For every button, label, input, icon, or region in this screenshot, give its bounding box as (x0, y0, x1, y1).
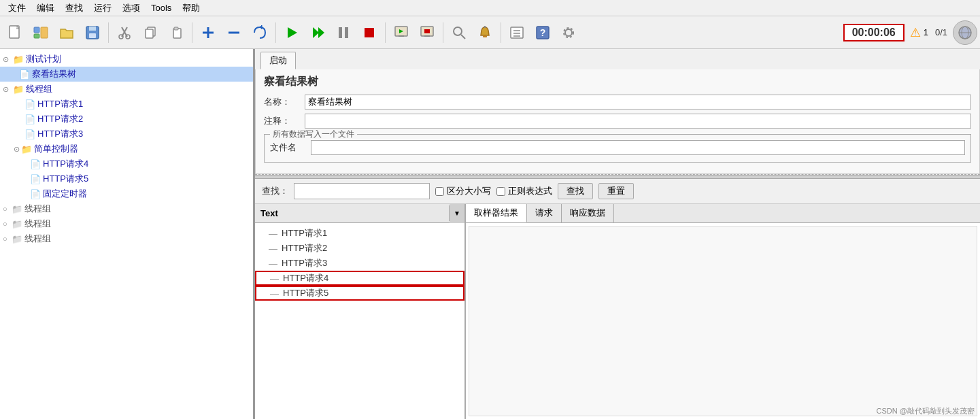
globe-button[interactable] (953, 20, 977, 45)
tree-item-http2[interactable]: 📄 HTTP请求2 (0, 112, 253, 127)
start-no-pause-button[interactable] (305, 20, 330, 45)
clear-all-button[interactable] (473, 20, 497, 45)
tree-label: HTTP请求3 (37, 128, 83, 140)
svg-text:?: ? (540, 27, 546, 38)
tree-item-http4[interactable]: 📄 HTTP请求4 (0, 156, 253, 171)
paste-button[interactable] (164, 20, 188, 45)
tree-item-thread-group-2[interactable]: ○ 📁 线程组 (0, 201, 253, 216)
new-button[interactable] (3, 20, 27, 45)
svg-rect-6 (89, 33, 96, 38)
comment-input[interactable] (305, 114, 971, 129)
reset-button[interactable]: 重置 (598, 183, 634, 199)
tree-item-http1[interactable]: 📄 HTTP请求1 (0, 97, 253, 112)
tree-item-simple-controller[interactable]: ⊙ 📁 简单控制器 (0, 141, 253, 156)
dash-icon: — (269, 258, 277, 269)
tab-start[interactable]: 启动 (260, 52, 296, 69)
tree-label: HTTP请求4 (43, 158, 88, 170)
tab-strip: 启动 (255, 49, 980, 69)
tree-item-timer[interactable]: 📄 固定定时器 (0, 186, 253, 201)
tab-sampler-result[interactable]: 取样器结果 (466, 204, 527, 222)
pause-button[interactable] (331, 20, 356, 45)
case-sensitive-checkbox-label[interactable]: 区分大小写 (435, 185, 491, 197)
right-panel: 启动 察看结果树 名称： 注释： 所有数据写入一个文件 文件名 (255, 49, 980, 419)
result-item-label: HTTP请求4 (283, 272, 328, 284)
tree-label: 固定定时器 (43, 188, 87, 200)
tab-response-data[interactable]: 响应数据 (562, 204, 614, 222)
remove-button[interactable] (222, 20, 246, 45)
case-sensitive-checkbox[interactable] (435, 187, 444, 196)
connector: ○ (3, 220, 7, 228)
remote-stop-button[interactable] (415, 20, 439, 45)
regex-checkbox-label[interactable]: 正则表达式 (496, 185, 552, 197)
remote-start-button[interactable] (389, 20, 413, 45)
list-button[interactable] (505, 20, 529, 45)
filename-input[interactable] (311, 140, 965, 155)
tree-item-thread-group-main[interactable]: ⊙ 📁 线程组 (0, 82, 253, 97)
menu-edit[interactable]: 编辑 (31, 1, 60, 16)
regex-checkbox[interactable] (496, 187, 505, 196)
svg-rect-3 (41, 27, 48, 38)
tab-request[interactable]: 请求 (527, 204, 562, 222)
stop-button[interactable] (357, 20, 382, 45)
search-bar: 查找： 区分大小写 正则表达式 查找 重置 (255, 179, 980, 204)
tree-label: HTTP请求1 (37, 98, 83, 110)
svg-rect-14 (174, 27, 178, 30)
result-item-http1[interactable]: — HTTP请求1 (255, 226, 464, 241)
svg-point-30 (454, 27, 462, 35)
add-button[interactable] (196, 20, 220, 45)
dash-icon: — (269, 229, 277, 239)
svg-rect-21 (339, 27, 342, 38)
search-label: 查找： (262, 185, 288, 197)
folder-icon: 📁 (13, 54, 24, 65)
result-item-http2[interactable]: — HTTP请求2 (255, 241, 464, 256)
template-button[interactable] (29, 20, 53, 45)
regex-label: 正则表达式 (508, 185, 552, 197)
case-sensitive-label: 区分大小写 (447, 185, 491, 197)
start-button[interactable] (280, 20, 304, 45)
menu-options[interactable]: 选项 (117, 1, 146, 16)
tree-item-http5[interactable]: 📄 HTTP请求5 (0, 171, 253, 186)
help-button[interactable]: ? (530, 20, 555, 45)
search-input[interactable] (294, 183, 430, 199)
menu-tools[interactable]: Tools (146, 1, 177, 14)
cut-button[interactable] (112, 20, 137, 45)
tree-item-thread-group-3[interactable]: ○ 📁 线程组 (0, 216, 253, 231)
dash-icon: — (270, 288, 279, 299)
tree-item-thread-group-4[interactable]: ○ 📁 线程组 (0, 231, 253, 246)
name-input[interactable] (305, 95, 971, 110)
result-item-label: HTTP请求5 (283, 287, 328, 299)
tree-item-http3[interactable]: 📄 HTTP请求3 (0, 127, 253, 141)
menu-file[interactable]: 文件 (3, 1, 31, 16)
warning-icon: ⚠ (910, 25, 921, 40)
menu-help[interactable]: 帮助 (177, 1, 205, 16)
result-col-header: Text (255, 205, 450, 221)
svg-rect-22 (345, 27, 348, 38)
search-toolbar-button[interactable] (447, 20, 471, 45)
tree-item-view-result-tree[interactable]: 📄 察看结果树 (0, 67, 253, 82)
menu-find[interactable]: 查找 (60, 1, 88, 16)
svg-rect-23 (365, 28, 374, 37)
svg-rect-32 (483, 35, 487, 37)
open-button[interactable] (54, 20, 79, 45)
svg-rect-12 (146, 29, 153, 38)
tree-label: 线程组 (24, 233, 51, 245)
settings-button[interactable] (556, 20, 581, 45)
clear-button[interactable] (248, 20, 272, 45)
result-item-http5[interactable]: — HTTP请求5 (255, 286, 464, 301)
col-dropdown-button[interactable]: ▼ (450, 204, 464, 223)
svg-line-31 (461, 35, 465, 39)
folder-gray-icon: 📁 (12, 204, 22, 214)
folder-gray-icon: 📁 (12, 219, 22, 229)
file-icon: 📄 (30, 159, 41, 169)
menu-run[interactable]: 运行 (88, 1, 117, 16)
tree-item-test-plan[interactable]: ⊙ 📁 测试计划 (0, 52, 253, 67)
find-button[interactable]: 查找 (558, 183, 593, 199)
dash-icon: — (270, 273, 279, 284)
file-icon: 📄 (19, 69, 30, 80)
result-item-http4[interactable]: — HTTP请求4 (255, 271, 464, 286)
folder-icon: 📁 (13, 84, 24, 95)
save-button[interactable] (80, 20, 105, 45)
result-item-http3[interactable]: — HTTP请求3 (255, 256, 464, 271)
svg-rect-5 (89, 27, 96, 31)
copy-button[interactable] (138, 20, 163, 45)
